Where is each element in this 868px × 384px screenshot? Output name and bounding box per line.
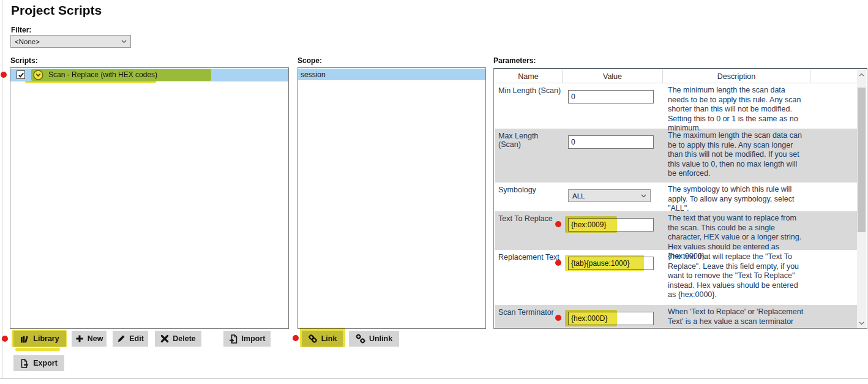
parameter-value-cell: ALL (563, 183, 663, 211)
symbology-dropdown-value: ALL (572, 192, 585, 200)
parameter-description: The text that will replace the "Text To … (663, 250, 810, 305)
parameter-name: Symbology (495, 183, 563, 211)
link-icon (308, 334, 318, 344)
scrollbar-thumb[interactable] (858, 88, 866, 232)
page-title: Project Scripts (11, 3, 102, 18)
filter-dropdown-value: <None> (15, 38, 40, 45)
scrollbar-up-icon[interactable] (857, 70, 866, 79)
script-expand-icon[interactable] (33, 70, 43, 80)
unlink-button[interactable]: Unlink (349, 331, 399, 347)
scrollbar-down-icon[interactable] (857, 318, 866, 328)
edit-button-label: Edit (129, 334, 144, 343)
column-header-description: Description (663, 70, 810, 83)
parameter-description: The maximum length the scan data can be … (663, 129, 810, 183)
delete-button[interactable]: Delete (155, 331, 201, 347)
import-icon (229, 334, 238, 344)
check-icon (18, 72, 24, 78)
library-button-label: Library (33, 334, 59, 343)
panel-left-border (2, 0, 2, 378)
parameters-table: Name Value Description Min Length (Scan)… (493, 68, 867, 329)
scope-list: session (297, 67, 486, 329)
parameters-label: Parameters: (493, 56, 536, 65)
parameters-header: Name Value Description (495, 70, 858, 83)
unlink-button-label: Unlink (369, 334, 392, 343)
script-item-label: Scan - Replace (with HEX codes) (48, 70, 157, 79)
chevron-down-icon (641, 194, 646, 198)
parameter-name: Min Length (Scan) (495, 83, 563, 129)
scripts-label: Scripts: (10, 56, 38, 65)
export-icon (20, 359, 29, 368)
parameters-scrollbar[interactable] (857, 70, 866, 328)
scope-label: Scope: (297, 56, 322, 65)
new-button[interactable]: New (72, 331, 107, 347)
parameter-description: When 'Text to Replace' or 'Replacement T… (663, 305, 810, 328)
parameter-name: Scan Terminator (495, 305, 563, 328)
parameter-description: The symbology to which this rule will ap… (663, 183, 810, 211)
filter-dropdown[interactable]: <None> (10, 35, 131, 48)
bottom-divider (0, 378, 868, 379)
annotation-dot (293, 335, 299, 341)
parameter-value-cell (563, 211, 663, 250)
library-icon (20, 334, 29, 344)
min-length-scan-input[interactable] (568, 90, 654, 104)
annotation-dot (2, 336, 8, 342)
import-button[interactable]: Import (223, 331, 271, 347)
edit-button[interactable]: Edit (113, 331, 148, 347)
symbology-dropdown[interactable]: ALL (568, 189, 651, 202)
replacement-text-input[interactable] (568, 257, 654, 270)
filter-label: Filter: (11, 26, 31, 34)
new-button-label: New (88, 334, 103, 343)
x-icon (160, 334, 169, 343)
parameter-row-replacement-text: Replacement TextThe text that will repla… (495, 250, 858, 305)
parameter-value-cell (563, 83, 663, 129)
scripts-list: Scan - Replace (with HEX codes) (10, 67, 289, 329)
link-button-label: Link (321, 334, 337, 343)
column-header-value: Value (563, 70, 663, 83)
library-button[interactable]: Library (13, 331, 66, 347)
parameter-value-cell (563, 250, 663, 305)
parameter-name: Replacement Text (495, 250, 563, 305)
chevron-down-icon (121, 40, 127, 43)
parameter-row-text-to-replace: Text To ReplaceThe text that you want to… (495, 211, 858, 250)
parameter-value-cell (563, 129, 663, 183)
parameter-row-max-length-scan: Max Length (Scan)The maximum length the … (495, 129, 858, 183)
parameter-name: Max Length (Scan) (495, 129, 563, 183)
column-header-extra (810, 70, 858, 83)
max-length-scan-input[interactable] (568, 135, 654, 149)
text-to-replace-input[interactable] (568, 218, 654, 232)
export-button-label: Export (33, 359, 58, 367)
export-button[interactable]: Export (13, 355, 64, 371)
delete-button-label: Delete (173, 334, 196, 343)
parameter-name: Text To Replace (495, 211, 563, 250)
script-checkbox[interactable] (17, 70, 25, 79)
scope-list-item[interactable]: session (298, 69, 485, 80)
parameter-description: The text that you want to replace from t… (663, 211, 810, 250)
project-scripts-window: Project Scripts Filter: <None> Scripts: … (0, 0, 868, 384)
import-button-label: Import (242, 334, 266, 343)
scope-item-label: session (301, 70, 326, 79)
parameter-row-symbology: SymbologyALLThe symbology to which this … (495, 183, 858, 211)
script-list-item[interactable]: Scan - Replace (with HEX codes) (10, 69, 288, 81)
column-header-name: Name (495, 70, 563, 83)
plus-icon (75, 334, 84, 343)
scan-terminator-input[interactable] (568, 312, 654, 325)
parameter-row-scan-terminator: Scan TerminatorWhen 'Text to Replace' or… (495, 305, 858, 328)
pencil-icon (117, 334, 125, 343)
link-button[interactable]: Link (302, 331, 343, 347)
parameter-row-min-length-scan: Min Length (Scan)The minimum length the … (495, 83, 858, 129)
parameter-description: The minimum length the scan data needs t… (663, 83, 810, 129)
parameter-value-cell (563, 305, 663, 328)
unlink-icon (356, 334, 365, 344)
highlight-underline (15, 348, 60, 351)
